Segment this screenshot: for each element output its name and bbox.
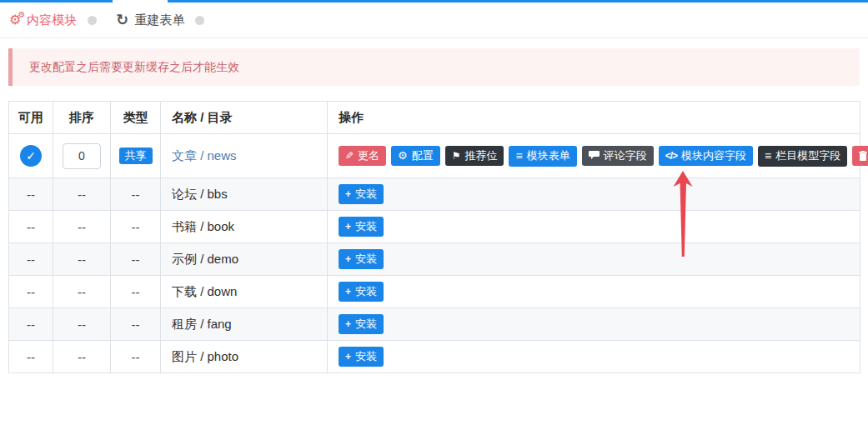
module-name: 下载 / down: [172, 284, 237, 298]
table-row-fang: -- -- -- 租房 / fang +安装: [9, 308, 860, 341]
module-table: 可用 排序 类型 名称 / 目录 操作 ✓ 共享 文章 / news 更名: [8, 101, 860, 373]
plus-icon: +: [345, 352, 351, 362]
install-button[interactable]: +安装: [339, 314, 384, 334]
header-actions: 操作: [328, 102, 860, 134]
category-model-fields-button[interactable]: 栏目模型字段: [758, 146, 847, 167]
plus-icon: +: [345, 254, 351, 264]
install-button[interactable]: +安装: [339, 347, 384, 367]
config-notice-alert: 更改配置之后需要更新缓存之后才能生效: [8, 48, 860, 86]
install-button[interactable]: +安装: [339, 249, 384, 269]
module-name: 示例 / demo: [172, 252, 238, 266]
configure-button[interactable]: 配置: [391, 146, 440, 166]
install-button[interactable]: +安装: [339, 282, 384, 302]
table-row-down: -- -- -- 下载 / down +安装: [9, 276, 860, 308]
edit-icon: [345, 151, 354, 161]
bars-icon: [765, 150, 771, 162]
shared-type-badge: 共享: [119, 148, 153, 164]
refresh-icon: [116, 12, 128, 28]
module-content-fields-button[interactable]: </> 模块内容字段: [659, 146, 753, 166]
module-name-link[interactable]: 文章 / news: [172, 148, 237, 162]
table-row-book: -- -- -- 书籍 / book +安装: [9, 211, 860, 243]
install-button[interactable]: +安装: [339, 217, 384, 237]
alert-text: 更改配置之后需要更新缓存之后才能生效: [29, 60, 239, 75]
code-icon: </>: [665, 151, 677, 161]
comment-fields-button[interactable]: 评论字段: [582, 146, 654, 166]
module-name: 论坛 / bbs: [172, 187, 228, 201]
comments-icon: [589, 151, 600, 160]
module-form-button[interactable]: 模块表单: [509, 146, 576, 167]
toolbar: 内容模块 重建表单: [0, 2, 868, 38]
rename-button[interactable]: 更名: [339, 146, 386, 166]
table-row-demo: -- -- -- 示例 / demo +安装: [9, 243, 860, 276]
module-name: 书籍 / book: [172, 219, 234, 233]
sort-input[interactable]: [63, 143, 101, 169]
trash-icon: [859, 151, 867, 161]
uninstall-button[interactable]: 卸载: [852, 146, 868, 166]
plus-icon: +: [345, 222, 351, 232]
install-button[interactable]: +安装: [339, 184, 384, 204]
table-row-news: ✓ 共享 文章 / news 更名 配置 推荐位: [9, 134, 860, 178]
plus-icon: +: [345, 287, 351, 297]
table-row-bbs: -- -- -- 论坛 / bbs +安装: [9, 178, 860, 211]
rebuild-form-label: 重建表单: [134, 12, 184, 28]
action-buttons: 更名 配置 推荐位 模块表单: [339, 146, 860, 167]
list-icon: [515, 150, 522, 162]
header-sort: 排序: [53, 102, 111, 134]
rebuild-form-button[interactable]: 重建表单: [116, 12, 184, 28]
header-available: 可用: [9, 102, 53, 134]
flag-icon: [452, 151, 461, 161]
header-type: 类型: [111, 102, 161, 134]
gear-icon: [398, 150, 408, 161]
plus-icon: +: [345, 189, 351, 199]
enabled-toggle[interactable]: ✓: [20, 145, 42, 167]
status-dot: [195, 16, 204, 25]
header-name: 名称 / 目录: [161, 102, 328, 134]
plus-icon: +: [345, 319, 351, 329]
gears-icon: [9, 13, 21, 27]
check-icon: ✓: [26, 149, 36, 162]
recommend-position-button[interactable]: 推荐位: [445, 146, 504, 166]
module-name: 租房 / fang: [172, 317, 232, 331]
content-module-tab[interactable]: 内容模块: [9, 12, 77, 28]
module-name: 图片 / photo: [172, 349, 238, 363]
table-row-photo: -- -- -- 图片 / photo +安装: [9, 341, 860, 373]
table-header-row: 可用 排序 类型 名称 / 目录 操作: [9, 102, 860, 134]
status-dot: [88, 16, 97, 25]
content-module-label: 内容模块: [27, 12, 77, 28]
